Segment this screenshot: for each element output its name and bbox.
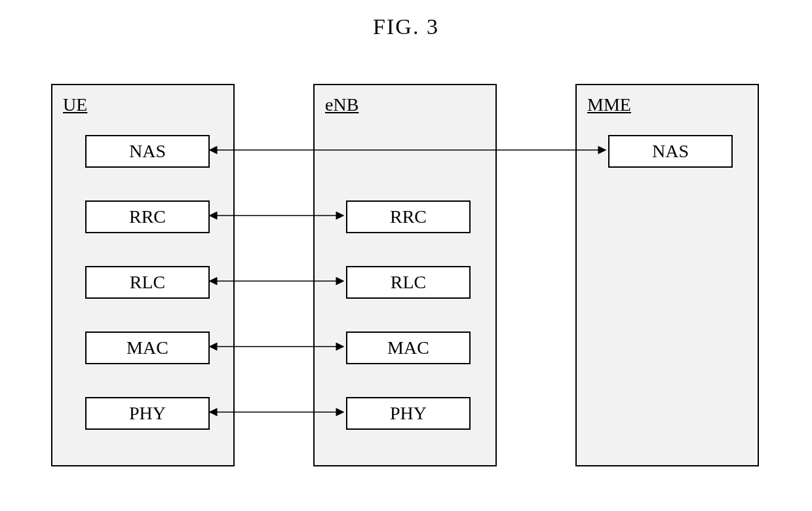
- figure-root: FIG. 3 UE NAS RRC RLC MAC PHY eNB RRC RL…: [0, 0, 812, 511]
- enb-layer-phy: PHY: [346, 397, 471, 430]
- entity-mme: MME NAS: [575, 84, 759, 466]
- enb-mac-text: MAC: [387, 337, 429, 358]
- ue-layer-phy: PHY: [85, 397, 210, 430]
- enb-layer-rrc: RRC: [346, 200, 471, 233]
- mme-nas-text: NAS: [652, 141, 689, 162]
- entity-ue-label: UE: [63, 94, 87, 115]
- ue-layer-nas: NAS: [85, 135, 210, 168]
- ue-mac-text: MAC: [126, 337, 168, 358]
- ue-layer-rlc: RLC: [85, 266, 210, 299]
- enb-layer-mac: MAC: [346, 331, 471, 364]
- enb-layer-rlc: RLC: [346, 266, 471, 299]
- ue-phy-text: PHY: [129, 403, 166, 424]
- ue-rrc-text: RRC: [129, 206, 166, 227]
- ue-layer-mac: MAC: [85, 331, 210, 364]
- entity-mme-label: MME: [587, 94, 631, 115]
- enb-phy-text: PHY: [390, 403, 427, 424]
- entity-enb-label: eNB: [325, 94, 358, 115]
- enb-rlc-text: RLC: [391, 272, 426, 293]
- ue-layer-rrc: RRC: [85, 200, 210, 233]
- figure-title: FIG. 3: [0, 14, 812, 39]
- ue-rlc-text: RLC: [130, 272, 165, 293]
- enb-rrc-text: RRC: [390, 206, 427, 227]
- mme-layer-nas: NAS: [608, 135, 733, 168]
- entity-ue: UE NAS RRC RLC MAC PHY: [51, 84, 235, 466]
- entity-enb: eNB RRC RLC MAC PHY: [313, 84, 497, 466]
- ue-nas-text: NAS: [129, 141, 166, 162]
